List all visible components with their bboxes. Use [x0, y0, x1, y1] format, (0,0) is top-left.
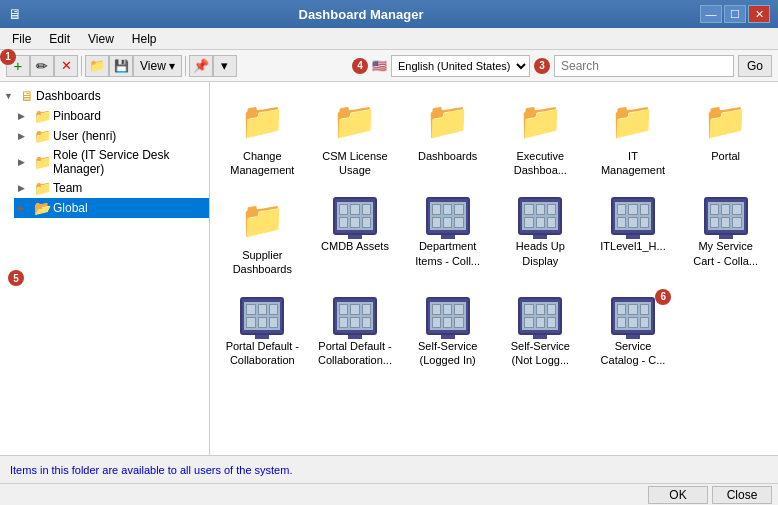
- folder-icon-user: 📁: [34, 128, 51, 144]
- item-heads-up[interactable]: Heads Up Display: [498, 191, 583, 282]
- badge-5: 5: [8, 270, 24, 286]
- monitor-screen-dept: [430, 202, 466, 230]
- sidebar-label-team: Team: [53, 181, 82, 195]
- folder-icon-dashboards: 📁: [425, 98, 470, 145]
- search-input[interactable]: [554, 55, 734, 77]
- item-csm-license[interactable]: 📁 CSM License Usage: [313, 92, 398, 183]
- item-label-myservice: My Service Cart - Colla...: [687, 239, 764, 268]
- menu-file[interactable]: File: [4, 30, 39, 48]
- view-button[interactable]: View ▾: [133, 55, 182, 77]
- item-it-mgmt[interactable]: 📁 IT Management: [591, 92, 676, 183]
- item-cmdb-assets[interactable]: CMDB Assets: [313, 191, 398, 282]
- item-itlevel1[interactable]: ITLevel1_H...: [591, 191, 676, 282]
- item-portal-default2[interactable]: Portal Default - Collaboration...: [313, 291, 398, 374]
- item-label-dept: Department Items - Coll...: [409, 239, 486, 268]
- item-label-it-mgmt: IT Management: [595, 149, 672, 178]
- window-controls: — ☐ ✕: [700, 5, 770, 23]
- item-supplier-dash[interactable]: 📁 Supplier Dashboards: [220, 191, 305, 282]
- item-self-service-out[interactable]: Self-Service (Not Logg...: [498, 291, 583, 374]
- pin-button[interactable]: 📌: [189, 55, 213, 77]
- item-my-service[interactable]: My Service Cart - Colla...: [683, 191, 768, 282]
- item-self-service-in[interactable]: Self-Service (Logged In): [405, 291, 490, 374]
- sidebar: ▼ 🖥 Dashboards ▶ 📁 Pinboard ▶ 📁 User (he…: [0, 82, 210, 455]
- item-portal-default1[interactable]: Portal Default - Collaboration: [220, 291, 305, 374]
- monitor-screen-selfout: [522, 302, 558, 330]
- sidebar-label-dashboards: Dashboards: [36, 89, 101, 103]
- expand-icon-global: ▶: [18, 203, 32, 213]
- monitor-screen-selfin: [430, 302, 466, 330]
- expand-icon-team: ▶: [18, 183, 32, 193]
- ok-button[interactable]: OK: [648, 486, 708, 504]
- expand-icon-user: ▶: [18, 131, 32, 141]
- expand-icon: ▼: [4, 91, 18, 101]
- menu-edit[interactable]: Edit: [41, 30, 78, 48]
- menu-bar: File Edit View Help: [0, 28, 778, 50]
- item-portal[interactable]: 📁 Portal: [683, 92, 768, 183]
- sidebar-item-global[interactable]: ▶ 📂 Global: [14, 198, 209, 218]
- monitor-screen-cmdb: [337, 202, 373, 230]
- monitor-icon-myservice: [704, 197, 748, 235]
- minimize-button[interactable]: —: [700, 5, 722, 23]
- folder-icon-change: 📁: [240, 98, 285, 145]
- main-content: ▼ 🖥 Dashboards ▶ 📁 Pinboard ▶ 📁 User (he…: [0, 82, 778, 455]
- search-go-button[interactable]: Go: [738, 55, 772, 77]
- item-label-portal2: Portal Default - Collaboration...: [317, 339, 394, 368]
- folder-icon-executive: 📁: [518, 98, 563, 145]
- edit-button[interactable]: ✏: [30, 55, 54, 77]
- item-change-management[interactable]: 📁 Change Management: [220, 92, 305, 183]
- item-service-catalog[interactable]: Service Catalog - C... 6: [591, 291, 676, 374]
- folder-icon-portal: 📁: [703, 98, 748, 145]
- item-dept-items[interactable]: Department Items - Coll...: [405, 191, 490, 282]
- folder-icon-pinboard: 📁: [34, 108, 51, 124]
- item-label-cmdb: CMDB Assets: [321, 239, 389, 253]
- view-dropdown-icon: ▾: [169, 59, 175, 73]
- item-label-heads: Heads Up Display: [502, 239, 579, 268]
- badge-3: 3: [534, 58, 550, 74]
- sidebar-item-pinboard[interactable]: ▶ 📁 Pinboard: [14, 106, 209, 126]
- maximize-button[interactable]: ☐: [724, 5, 746, 23]
- status-bar: Items in this folder are available to al…: [0, 455, 778, 483]
- dropdown-button[interactable]: ▾: [213, 55, 237, 77]
- monitor-screen-portal1: [244, 302, 280, 330]
- title-bar: 🖥 Dashboard Manager — ☐ ✕: [0, 0, 778, 28]
- folder-icon-supplier: 📁: [240, 197, 285, 244]
- save-button[interactable]: 💾: [109, 55, 133, 77]
- search-area: 4 🇺🇸 English (United States) 3 Go: [352, 55, 772, 77]
- item-label-catalog: Service Catalog - C...: [595, 339, 672, 368]
- item-label-portal: Portal: [711, 149, 740, 163]
- close-dialog-button[interactable]: Close: [712, 486, 772, 504]
- item-dashboards[interactable]: 📁 Dashboards: [405, 92, 490, 183]
- sidebar-item-team[interactable]: ▶ 📁 Team: [14, 178, 209, 198]
- monitor-screen-catalog: [615, 302, 651, 330]
- monitor-screen-myservice: [708, 202, 744, 230]
- item-label-change-management: Change Management: [224, 149, 301, 178]
- language-select[interactable]: English (United States): [391, 55, 530, 77]
- item-label-selfin: Self-Service (Logged In): [409, 339, 486, 368]
- item-executive-dash[interactable]: 📁 Executive Dashboa...: [498, 92, 583, 183]
- sidebar-label-global: Global: [53, 201, 88, 215]
- sidebar-item-user[interactable]: ▶ 📁 User (henri): [14, 126, 209, 146]
- monitor-icon-catalog: [611, 297, 655, 335]
- sidebar-item-role[interactable]: ▶ 📁 Role (IT Service Desk Manager): [14, 146, 209, 178]
- monitor-icon-portal1: [240, 297, 284, 335]
- status-text: Items in this folder are available to al…: [10, 464, 292, 476]
- app-icon: 🖥: [8, 6, 22, 22]
- monitor-screen-heads: [522, 202, 558, 230]
- menu-view[interactable]: View: [80, 30, 122, 48]
- menu-help[interactable]: Help: [124, 30, 165, 48]
- item-label-portal1: Portal Default - Collaboration: [224, 339, 301, 368]
- sidebar-item-dashboards[interactable]: ▼ 🖥 Dashboards: [0, 86, 209, 106]
- monitor-icon-selfout: [518, 297, 562, 335]
- delete-button[interactable]: ✕: [54, 55, 78, 77]
- bottom-bar: OK Close: [0, 483, 778, 505]
- window-title: Dashboard Manager: [22, 7, 700, 22]
- new-folder-button[interactable]: 📁: [85, 55, 109, 77]
- item-label-executive: Executive Dashboa...: [502, 149, 579, 178]
- view-label: View: [140, 59, 166, 73]
- item-label-supplier: Supplier Dashboards: [224, 248, 301, 277]
- folder-icon-role: 📁: [34, 154, 51, 170]
- monitor-icon-itlevel: [611, 197, 655, 235]
- content-area: 📁 Change Management 📁 CSM License Usage …: [210, 82, 778, 455]
- close-button[interactable]: ✕: [748, 5, 770, 23]
- toolbar: + ✏ ✕ 📁 💾 View ▾ 📌 ▾ 1: [6, 55, 237, 77]
